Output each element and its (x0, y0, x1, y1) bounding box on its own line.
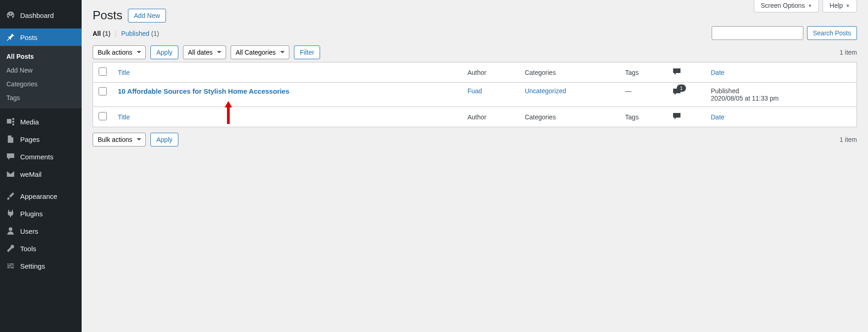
col-comments-footer (667, 107, 705, 127)
sidebar-item-comments[interactable]: Comments (0, 148, 82, 165)
sidebar-item-label: Appearance (20, 192, 57, 200)
user-icon (6, 226, 16, 236)
col-date[interactable]: Date (705, 62, 857, 83)
sidebar-item-posts[interactable]: Posts (0, 28, 82, 46)
sidebar-item-label: Settings (20, 262, 45, 270)
plug-icon (6, 209, 16, 218)
post-tags: — (619, 83, 667, 107)
sidebar-item-label: weMail (20, 170, 42, 178)
add-new-button[interactable]: Add New (128, 9, 166, 23)
filter-all[interactable]: All (1) (93, 30, 111, 37)
sidebar-item-pages[interactable]: Pages (0, 130, 82, 148)
main-content: Screen Options ▼ Help ▼ Posts Add New Al… (82, 0, 868, 332)
sidebar-item-plugins[interactable]: Plugins (0, 205, 82, 222)
post-category-link[interactable]: Uncategorized (525, 87, 566, 95)
search-posts-button[interactable]: Search Posts (807, 26, 857, 40)
filter-published[interactable]: Published (1) (121, 30, 159, 37)
post-author-link[interactable]: Fuad (467, 87, 482, 95)
sidebar-item-label: Dashboard (20, 11, 54, 19)
sidebar-item-wemail[interactable]: weMail (0, 165, 82, 183)
submenu-all-posts[interactable]: All Posts (0, 50, 82, 63)
chevron-down-icon: ▼ (807, 3, 812, 8)
wrench-icon (6, 244, 16, 253)
sidebar-item-label: Tools (20, 245, 36, 253)
comment-icon (672, 112, 681, 122)
item-count-bottom: 1 item (840, 136, 857, 143)
col-categories: Categories (519, 62, 619, 83)
col-title-footer[interactable]: Title (112, 107, 462, 127)
sidebar-item-settings[interactable]: Settings (0, 257, 82, 275)
page-icon (6, 135, 16, 144)
comment-count-bubble[interactable]: 1 (672, 87, 681, 98)
table-row: 10 Affordable Sources for Stylish Home A… (93, 83, 857, 107)
col-tags: Tags (619, 62, 667, 83)
settings-icon (6, 261, 16, 270)
row-checkbox[interactable] (99, 87, 107, 96)
apply-bulk-button[interactable]: Apply (150, 45, 178, 59)
sidebar-item-appearance[interactable]: Appearance (0, 187, 82, 205)
col-author-footer: Author (462, 107, 519, 127)
help-tab[interactable]: Help ▼ (823, 0, 857, 12)
screen-options-label: Screen Options (761, 2, 805, 9)
apply-bulk-button-bottom[interactable]: Apply (150, 133, 178, 146)
page-title: Posts (93, 8, 122, 23)
search-input[interactable] (712, 26, 803, 40)
sidebar-item-label: Comments (20, 153, 54, 161)
mail-icon (6, 169, 16, 179)
post-title-link[interactable]: 10 Affordable Sources for Stylish Home A… (118, 87, 289, 95)
posts-table: Title Author Categories Tags Date 10 Aff… (93, 62, 857, 127)
col-author: Author (462, 62, 519, 83)
submenu-tags[interactable]: Tags (0, 91, 82, 105)
brush-icon (6, 191, 16, 201)
col-title[interactable]: Title (112, 62, 462, 83)
submenu-add-new[interactable]: Add New (0, 63, 82, 77)
bulk-actions-select-bottom[interactable]: Bulk actions (93, 133, 146, 146)
select-all-checkbox-footer[interactable] (99, 112, 107, 120)
item-count: 1 item (840, 49, 857, 56)
sidebar-item-tools[interactable]: Tools (0, 240, 82, 257)
screen-options-tab[interactable]: Screen Options ▼ (754, 0, 819, 12)
media-icon (6, 117, 16, 126)
gauge-icon (6, 11, 16, 20)
admin-sidebar: Dashboard Posts All Posts Add New Catego… (0, 0, 82, 332)
submenu-categories[interactable]: Categories (0, 77, 82, 91)
post-date: Published2020/08/05 at 11:33 pm (705, 83, 857, 107)
col-categories-footer: Categories (519, 107, 619, 127)
sidebar-item-dashboard[interactable]: Dashboard (0, 6, 82, 24)
category-filter-select[interactable]: All Categories (231, 45, 289, 59)
comment-icon (672, 67, 681, 78)
comment-icon (6, 152, 16, 161)
sidebar-item-label: Plugins (20, 210, 43, 218)
select-all-checkbox[interactable] (99, 68, 107, 76)
sidebar-item-media[interactable]: Media (0, 113, 82, 130)
bulk-actions-select[interactable]: Bulk actions (93, 45, 146, 59)
sidebar-item-label: Posts (20, 34, 38, 41)
sidebar-item-label: Media (20, 118, 39, 126)
col-date-footer[interactable]: Date (705, 107, 857, 127)
pin-icon (6, 33, 16, 42)
sidebar-item-users[interactable]: Users (0, 222, 82, 240)
sidebar-item-label: Users (20, 227, 38, 235)
col-comments (667, 62, 705, 83)
posts-submenu: All Posts Add New Categories Tags (0, 46, 82, 108)
col-tags-footer: Tags (619, 107, 667, 127)
filter-button[interactable]: Filter (294, 45, 320, 59)
chevron-down-icon: ▼ (846, 3, 850, 8)
date-filter-select[interactable]: All dates (183, 45, 226, 59)
sidebar-item-label: Pages (20, 135, 40, 143)
help-label: Help (829, 2, 843, 9)
